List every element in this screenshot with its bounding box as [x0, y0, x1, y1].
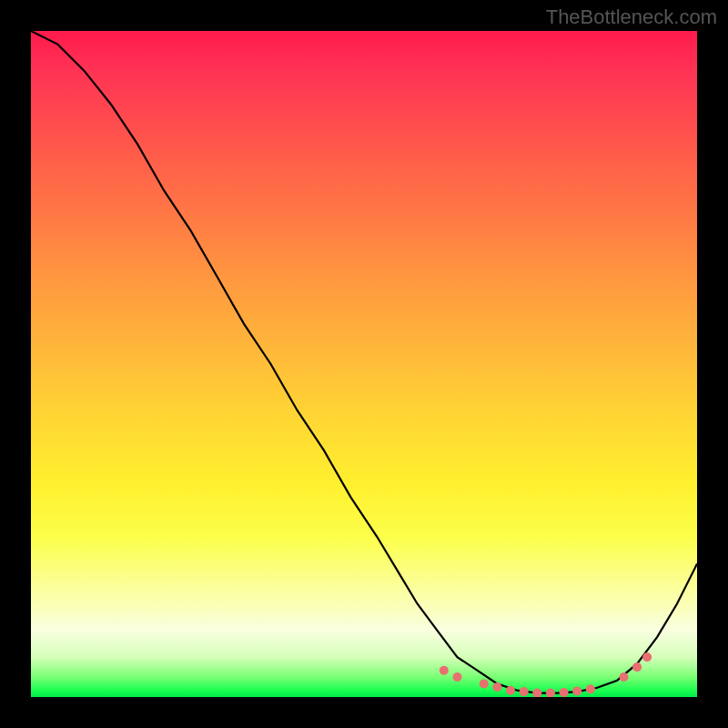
- chart-gradient-background: [31, 31, 697, 697]
- highlight-dot: [520, 687, 529, 696]
- highlight-dot: [620, 672, 629, 682]
- highlight-dot: [560, 688, 569, 697]
- watermark-text: TheBottleneck.com: [546, 5, 717, 29]
- main-curve-line: [31, 31, 697, 693]
- highlight-dot: [440, 666, 449, 675]
- highlight-dot: [546, 689, 555, 697]
- highlight-dots-group: [440, 652, 652, 697]
- highlight-dot: [632, 662, 642, 672]
- highlight-dot: [586, 684, 595, 693]
- highlight-dot: [642, 652, 652, 662]
- highlight-dot: [532, 689, 541, 697]
- highlight-dot: [453, 672, 462, 682]
- highlight-dot: [506, 686, 515, 695]
- highlight-dot: [480, 679, 489, 688]
- highlight-dot: [492, 682, 501, 692]
- chart-svg: [31, 31, 697, 697]
- highlight-dot: [572, 686, 581, 695]
